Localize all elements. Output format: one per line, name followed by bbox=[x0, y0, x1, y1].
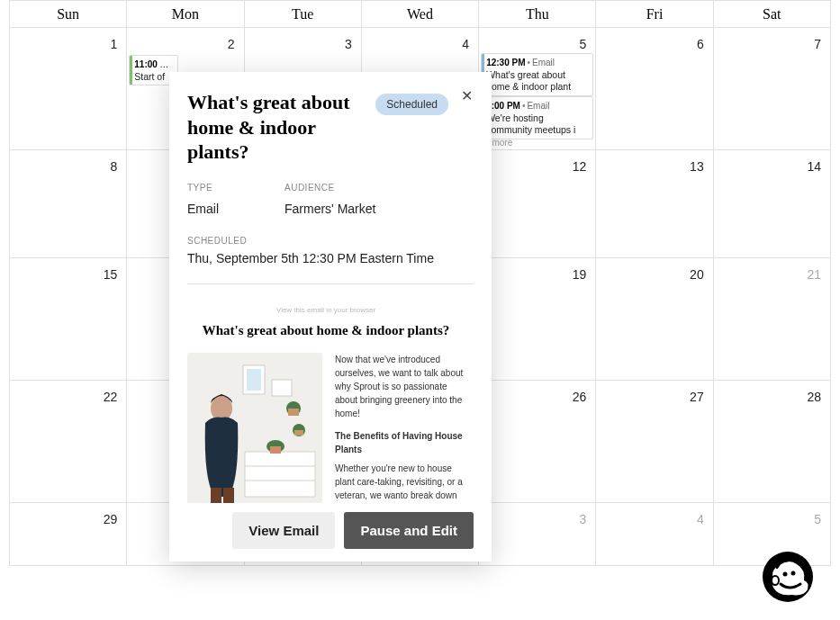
view-in-browser-link[interactable]: View this email in your browser bbox=[187, 306, 465, 314]
day-number: 20 bbox=[690, 267, 704, 282]
day-number: 6 bbox=[697, 37, 704, 51]
svg-rect-3 bbox=[272, 380, 292, 396]
event-title: What's great about home & indoor plant bbox=[486, 69, 588, 93]
event-type: Email bbox=[532, 58, 555, 67]
svg-point-24 bbox=[772, 576, 779, 585]
day-number: 3 bbox=[580, 512, 587, 526]
event-type: Email bbox=[527, 101, 549, 111]
svg-rect-5 bbox=[288, 409, 299, 416]
day-cell[interactable]: 26 bbox=[479, 381, 596, 503]
svg-rect-2 bbox=[247, 369, 261, 391]
day-number: 12 bbox=[573, 159, 587, 174]
day-number: 4 bbox=[697, 512, 704, 526]
day-number: 5 bbox=[814, 512, 821, 526]
day-number: 19 bbox=[573, 267, 587, 282]
day-cell[interactable]: 28 bbox=[713, 381, 830, 503]
type-value: Email bbox=[187, 202, 285, 216]
day-cell[interactable]: 13 bbox=[596, 150, 713, 258]
day-cell[interactable]: 7 bbox=[713, 28, 830, 150]
day-number: 7 bbox=[814, 37, 821, 51]
day-cell[interactable]: 29 bbox=[10, 503, 127, 566]
day-number: 22 bbox=[104, 390, 118, 404]
day-number: 26 bbox=[573, 390, 587, 404]
event-title: We're hosting community meetups i bbox=[486, 112, 588, 136]
event-detail-popover: What's great about home & indoor plants?… bbox=[169, 72, 492, 562]
weekday-fri: Fri bbox=[596, 1, 713, 28]
day-cell[interactable]: 21 bbox=[713, 258, 830, 381]
day-cell[interactable]: 15 bbox=[10, 258, 127, 381]
day-number: 28 bbox=[807, 390, 821, 404]
svg-rect-14 bbox=[211, 488, 221, 504]
day-cell[interactable]: 12 bbox=[479, 150, 596, 258]
svg-point-13 bbox=[211, 396, 232, 421]
day-cell[interactable]: 1 bbox=[10, 28, 127, 150]
status-badge: Scheduled bbox=[375, 94, 448, 115]
pause-and-edit-button[interactable]: Pause and Edit bbox=[344, 512, 474, 549]
day-number: 27 bbox=[690, 390, 704, 404]
calendar-event[interactable]: 5:00 PM•Email We're hosting community me… bbox=[481, 96, 593, 139]
weekday-wed: Wed bbox=[361, 1, 478, 28]
day-cell[interactable]: 6 bbox=[596, 28, 713, 150]
audience-label: AUDIENCE bbox=[285, 183, 375, 193]
event-title: Start of Article: bbox=[134, 71, 173, 85]
weekday-sun: Sun bbox=[10, 1, 127, 28]
weekday-header-row: Sun Mon Tue Wed Thu Fri Sat bbox=[10, 1, 831, 28]
popover-title: What's great about home & indoor plants? bbox=[187, 90, 376, 165]
weekday-tue: Tue bbox=[244, 1, 361, 28]
day-cell[interactable]: 5 12:30 PM•Email What's great about home… bbox=[479, 28, 596, 150]
weekday-sat: Sat bbox=[713, 1, 830, 28]
day-number: 4 bbox=[462, 37, 469, 51]
divider bbox=[187, 283, 474, 284]
event-time: 11:00 AM bbox=[134, 59, 174, 69]
day-cell[interactable]: 22 bbox=[10, 381, 127, 503]
event-time: 12:30 PM bbox=[486, 58, 525, 67]
day-cell[interactable]: 19 bbox=[479, 258, 596, 381]
day-number: 2 bbox=[228, 37, 235, 51]
day-cell[interactable]: 3 bbox=[479, 503, 596, 566]
email-preview-pane[interactable]: View this email in your browser What's g… bbox=[187, 290, 474, 504]
day-cell[interactable]: 8 bbox=[10, 150, 127, 258]
svg-rect-15 bbox=[223, 488, 234, 504]
day-cell[interactable]: 20 bbox=[596, 258, 713, 381]
day-number: 15 bbox=[104, 267, 118, 282]
svg-point-23 bbox=[783, 572, 788, 577]
svg-point-22 bbox=[791, 571, 796, 576]
weekday-mon: Mon bbox=[127, 1, 244, 28]
calendar-event[interactable]: 12:30 PM•Email What's great about home &… bbox=[481, 53, 593, 96]
day-number: 13 bbox=[690, 159, 704, 174]
day-cell[interactable]: 4 bbox=[596, 503, 713, 566]
day-number: 21 bbox=[807, 267, 821, 282]
weekday-thu: Thu bbox=[479, 1, 596, 28]
preview-body-text: Now that we've introduced ourselves, we … bbox=[335, 353, 465, 504]
view-email-button[interactable]: View Email bbox=[232, 512, 335, 549]
type-label: TYPE bbox=[187, 183, 285, 193]
close-button[interactable]: ✕ bbox=[456, 85, 477, 106]
mailchimp-logo-icon bbox=[761, 550, 815, 604]
day-number: 5 bbox=[580, 37, 587, 51]
day-number: 29 bbox=[104, 512, 118, 526]
scheduled-label: SCHEDULED bbox=[187, 236, 474, 246]
svg-rect-7 bbox=[294, 430, 303, 436]
svg-rect-12 bbox=[270, 446, 281, 454]
day-number: 1 bbox=[110, 37, 117, 51]
scheduled-value: Thu, September 5th 12:30 PM Eastern Time bbox=[187, 251, 474, 265]
day-cell[interactable]: 27 bbox=[596, 381, 713, 503]
day-cell[interactable]: 14 bbox=[713, 150, 830, 258]
day-number: 8 bbox=[110, 159, 117, 174]
preview-email-title: What's great about home & indoor plants? bbox=[187, 323, 465, 338]
audience-value: Farmers' Market bbox=[285, 202, 375, 216]
day-number: 14 bbox=[807, 159, 821, 174]
day-number: 3 bbox=[345, 37, 352, 51]
svg-rect-8 bbox=[245, 452, 315, 497]
close-icon: ✕ bbox=[461, 88, 473, 103]
preview-hero-image bbox=[187, 353, 322, 504]
